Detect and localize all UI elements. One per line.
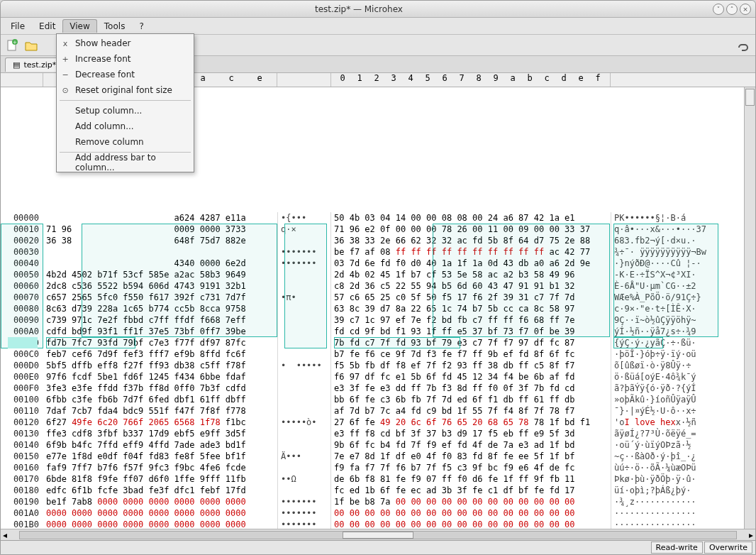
hex-words[interactable] <box>43 246 277 258</box>
menuitem-show-header[interactable]: xShow header <box>57 35 194 51</box>
hex-words[interactable]: faf9 7ff7 b7f6 f57f 9fc3 f9bc 4fe6 fcde <box>43 462 277 473</box>
hex-words[interactable]: a624 4287 e11a <box>43 212 277 224</box>
hex-words[interactable]: 6f9b b4fc 7ffd eff9 4ffd 7ade ade3 bd1f <box>43 439 277 451</box>
ascii1[interactable] <box>277 348 331 360</box>
menu-view[interactable]: View <box>62 19 96 33</box>
ascii1[interactable]: ••Ω <box>277 473 331 485</box>
menu-file[interactable]: File <box>4 19 32 33</box>
hex-bytes[interactable]: 36 38 33 2e 66 62 32 32 ac fd 5b 8f 64 d… <box>331 235 611 246</box>
hex-words[interactable]: be1f 7ab8 0000 0000 0000 0000 0000 0000 <box>43 496 277 507</box>
hex-row[interactable]: 001006fbb c3fe fb6b 7d7f 6fed dbf1 61ff … <box>1 394 755 405</box>
ascii1[interactable]: ••••••• <box>277 519 331 529</box>
menuitem-remove-column[interactable]: Remove column <box>57 134 194 150</box>
hex-bytes[interactable]: 00 00 00 00 00 00 00 00 00 00 00 00 00 0… <box>331 507 611 519</box>
menuitem-increase-font[interactable]: +Increase font <box>57 51 194 67</box>
ascii2[interactable]: {ýÇ·ý·¿yãÇ·÷·ßü· <box>611 337 717 348</box>
hex-bytes[interactable]: de 6b f8 81 fe f9 07 ff f0 d6 fe 1f ff 9… <box>331 473 611 485</box>
hex-row[interactable]: 000F03fe3 e3fe ffdd f37b ff8d 0ff0 7b3f … <box>1 383 755 394</box>
ascii2[interactable]: ¾÷¯· ÿÿÿÿÿÿÿÿÿÿ¬Bw <box>611 246 717 258</box>
hex-words[interactable]: 0000 0000 0000 0000 0000 0000 0000 0000 <box>43 519 277 529</box>
hex-bytes[interactable]: 9b 6f fc b4 fd 7f f9 ef fd 4f de 7a e3 a… <box>331 439 611 451</box>
menuitem-add-column-[interactable]: Add column... <box>57 119 194 134</box>
ascii1[interactable] <box>277 439 331 451</box>
ascii2[interactable]: -K·E·÷ÏS^X¬¢³XI· <box>611 269 717 280</box>
hex-row[interactable]: 000A0cdfd bd9f 93f1 ff1f 37e5 73bf 0ff7 … <box>1 326 755 337</box>
hex-words[interactable]: ffe3 cdf8 3fbf b337 17d9 ebf5 e9ff 3d5f <box>43 428 277 439</box>
hex-words[interactable]: 4b2d 4502 b71f 53cf 585e a2ac 58b3 9649 <box>43 269 277 280</box>
ascii1[interactable] <box>277 280 331 292</box>
menuitem-add-address-bar-to-column-[interactable]: Add address bar to column... <box>57 155 194 170</box>
ascii2[interactable]: ·oü´ý·ùïýOÞzã­·½ <box>611 439 717 451</box>
ascii2[interactable]: È-6Å"U·µm`CG··±2 <box>611 280 717 292</box>
hex-words[interactable]: e77e 1f8d e0df f04f fd83 fe8f 5fee bf1f <box>43 451 277 462</box>
scroll-left-icon[interactable]: ◂ <box>1 530 9 540</box>
ascii1[interactable] <box>277 394 331 405</box>
hex-words[interactable]: c657 2565 5fc0 f550 f617 392f c731 7d7f <box>43 292 277 303</box>
hex-row[interactable]: 00150e77e 1f8d e0df f04f fd83 fe8f 5fee … <box>1 451 755 462</box>
menu-tools[interactable]: Tools <box>97 19 133 33</box>
hex-words[interactable]: 97f6 fcdf 5be1 fd6f 1245 f434 6bbe fdaf <box>43 371 277 383</box>
hex-row[interactable]: 001206f27 49fe 6c20 766f 2065 6568 1f78 … <box>1 417 755 428</box>
ascii2[interactable]: ¯}·|¤ýÉ½·U·ô··x÷ <box>611 405 717 417</box>
hex-bytes[interactable]: af 7d b7 7c a4 fd c9 bd 1f 55 7f f4 8f 7… <box>331 405 611 417</box>
overwrite-toggle[interactable]: Overwrite <box>704 542 752 554</box>
ascii1[interactable] <box>277 337 331 348</box>
hex-words[interactable]: 71 96 0009 0000 3733 <box>43 224 277 235</box>
hex-bytes[interactable]: f6 97 df fc e1 5b 6f fd 45 12 34 f4 be 6… <box>331 371 611 383</box>
ascii1[interactable]: •{••• <box>277 212 331 224</box>
hex-row[interactable]: 00030 •••••••be f7 af 08 ff ff ff ff ff … <box>1 246 755 258</box>
ascii2[interactable]: õ[ûßøï·ò·ÿ8Ûÿ·÷ <box>611 360 717 371</box>
hex-bytes[interactable]: f5 5b fb df f8 ef 7f f2 93 ff 38 db ff c… <box>331 360 611 371</box>
hex-bytes[interactable]: fc ed 1b 6f fe ec ad 3b 3f fe c1 df bf f… <box>331 485 611 496</box>
hex-bytes[interactable]: fd cd 9f bd f1 93 1f ff e5 37 bf 73 f7 0… <box>331 326 611 337</box>
hex-row[interactable]: 001406f9b b4fc 7ffd eff9 4ffd 7ade ade3 … <box>1 439 755 451</box>
ascii2[interactable]: 9Ç··ï~ò½ûÇÿÿöhÿ~ <box>611 314 717 326</box>
hex-bytes[interactable]: f9 fa f7 7f f6 b7 7f f5 c3 9f bc f9 e6 4… <box>331 462 611 473</box>
hex-bytes[interactable]: 39 c7 1c 97 ef 7e f2 bd fb c7 ff ff f6 6… <box>331 314 611 326</box>
hex-words[interactable]: 6fbb c3fe fb6b 7d7f 6fed dbf1 61ff dbff <box>43 394 277 405</box>
minimize-icon[interactable]: ˅ <box>713 4 724 15</box>
hex-bytes[interactable]: bb 6f fe c3 6b fb 7f 7d ed 6f f1 db ff 6… <box>331 394 611 405</box>
hex-bytes[interactable]: e3 ff f8 cd bf 3f 37 b3 d9 17 f5 eb ff e… <box>331 428 611 439</box>
ascii1[interactable] <box>277 269 331 280</box>
ascii2[interactable]: ················ <box>611 507 717 519</box>
ascii1[interactable]: ••••••• <box>277 496 331 507</box>
link-icon[interactable] <box>735 38 751 53</box>
menuitem-reset-original-font-size[interactable]: ⊙Reset original font size <box>57 82 194 98</box>
titlebar[interactable]: test.zip* — Microhex ˅ ˄ × <box>1 1 755 18</box>
ascii2[interactable]: c·9×·"e·t÷[ÌÊ·X· <box>611 303 717 314</box>
ascii1[interactable]: Ä••• <box>277 451 331 462</box>
hex-row[interactable]: 00190be1f 7ab8 0000 0000 0000 0000 0000 … <box>1 496 755 507</box>
horizontal-scrollbar[interactable]: ◂ ▸ <box>1 529 755 540</box>
hex-row[interactable]: 000D05bf5 dffb eff8 f27f ff93 db38 c5ff … <box>1 360 755 371</box>
ascii1[interactable] <box>277 485 331 496</box>
hex-words[interactable]: edfc 6f1b fcfe 3bad fe3f dfc1 febf 17fd <box>43 485 277 496</box>
hex-row[interactable]: 00160faf9 7ff7 b7f6 f57f 9fc3 f9bc 4fe6 … <box>1 462 755 473</box>
hex-words[interactable]: c739 971c 7e2f fbbd c7ff ffdf f668 7eff <box>43 314 277 326</box>
hex-bytes[interactable]: be f7 af 08 ff ff ff ff ff ff ff ff ff f… <box>331 246 611 258</box>
hex-words[interactable]: 6bde 81f8 f9fe ff07 d6f0 1ffe 9fff 11fb <box>43 473 277 485</box>
hex-words[interactable]: 4340 0000 6e2d <box>43 258 277 269</box>
hex-row[interactable]: 00040 4340 0000 6e2d•••••••03 7d 6e fd f… <box>1 258 755 269</box>
hex-bytes[interactable]: 7e e7 8d 1f df e0 4f f0 83 fd 8f fe ee 5… <box>331 451 611 462</box>
hex-row[interactable]: 000602dc8 c536 5522 b594 606d 4743 9191 … <box>1 280 755 292</box>
hex-bytes[interactable]: 1f be b8 7a 00 00 00 00 00 00 00 00 00 0… <box>331 496 611 507</box>
hex-row[interactable]: 001107daf 7cb7 fda4 bdc9 551f f47f 7f8f … <box>1 405 755 417</box>
menu-edit[interactable]: Edit <box>32 19 62 33</box>
ascii1[interactable]: ••••••• <box>277 246 331 258</box>
ascii2[interactable]: ·þöÎ·}óþ÷ÿ·ïý·oü <box>611 348 717 360</box>
ascii2[interactable]: Þkø·þù·ÿðÖþ·ÿ·û· <box>611 473 717 485</box>
hex-bytes[interactable]: 27 6f fe 49 20 6c 6f 76 65 20 68 65 78 7… <box>331 417 611 428</box>
maximize-icon[interactable]: ˄ <box>726 4 738 15</box>
hex-words[interactable]: 8c63 d739 228a 1c65 b774 cc5b 8cca 9758 <box>43 303 277 314</box>
ascii2[interactable]: ·}nýðÐ@····Cû ¦-· <box>611 258 717 269</box>
ascii1[interactable]: •••••ò• <box>277 417 331 428</box>
hex-words[interactable]: feb7 cef6 7d9f fef3 fff7 ef9b 8ffd fc6f <box>43 348 277 360</box>
ascii2[interactable]: ·¾¸z············ <box>611 496 717 507</box>
ascii1[interactable]: •π• <box>277 292 331 303</box>
hex-row[interactable]: 001706bde 81f8 f9fe ff07 d6f0 1ffe 9fff … <box>1 473 755 485</box>
ascii1[interactable] <box>277 405 331 417</box>
hex-words[interactable]: cdfd bd9f 93f1 ff1f 37e5 73bf 0ff7 39be <box>43 326 277 337</box>
tab-testzip[interactable]: ▤ test.zip* <box>5 57 64 72</box>
hex-row[interactable]: 00000 a624 4287 e11a•{•••50 4b 03 04 14 … <box>1 212 755 224</box>
